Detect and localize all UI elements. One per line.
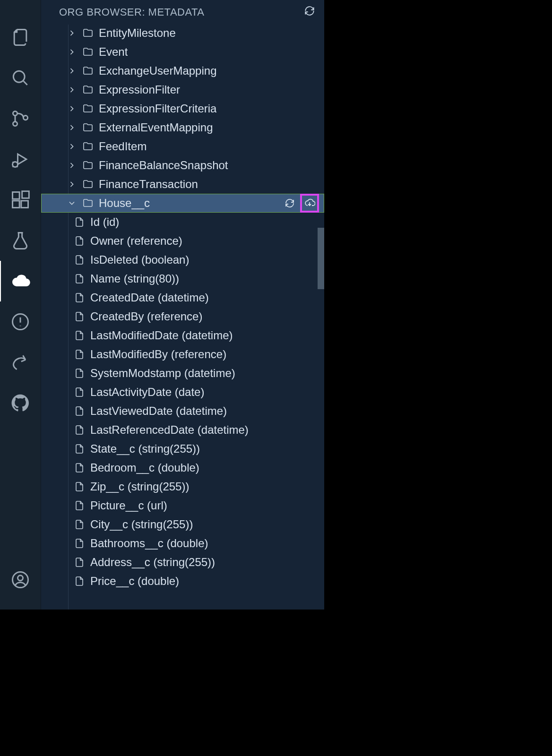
- folder-icon: [82, 65, 94, 77]
- tree-folder[interactable]: FeedItem: [41, 137, 324, 156]
- tree-field[interactable]: Bedroom__c (double): [41, 458, 324, 477]
- field-label: LastReferencedDate (datetime): [90, 423, 249, 437]
- tree-field[interactable]: CreatedDate (datetime): [41, 288, 324, 307]
- explorer-icon[interactable]: [0, 17, 41, 58]
- blank-area: [0, 610, 552, 756]
- file-icon: [73, 273, 86, 285]
- tree-field[interactable]: Zip__c (string(255)): [41, 477, 324, 496]
- chevron-right-icon: [67, 103, 77, 114]
- tree-folder[interactable]: FinanceBalanceSnapshot: [41, 156, 324, 175]
- file-icon: [73, 405, 86, 417]
- folder-label: ExpressionFilterCriteria: [99, 102, 216, 115]
- field-label: Zip__c (string(255)): [90, 480, 189, 493]
- folder-icon: [82, 103, 94, 115]
- file-icon: [73, 424, 86, 436]
- tree-folder[interactable]: ExchangeUserMapping: [41, 61, 324, 80]
- folder-icon: [82, 121, 94, 134]
- chevron-right-icon: [67, 47, 77, 57]
- folder-icon: [82, 84, 94, 96]
- run-debug-icon[interactable]: [0, 139, 41, 180]
- refresh-row-button[interactable]: [282, 195, 298, 211]
- tree-field[interactable]: LastReferencedDate (datetime): [41, 421, 324, 439]
- refresh-header-button[interactable]: [303, 5, 316, 20]
- file-icon: [73, 481, 86, 493]
- search-icon[interactable]: [0, 58, 41, 98]
- field-label: State__c (string(255)): [90, 442, 200, 455]
- tree-folder[interactable]: ExpressionFilter: [41, 80, 324, 99]
- folder-label: ExchangeUserMapping: [99, 64, 216, 77]
- metadata-tree: EntityMilestone Event ExchangeUserMappin…: [41, 25, 324, 610]
- svg-rect-5: [13, 192, 20, 199]
- row-actions: [282, 195, 318, 211]
- tree-field[interactable]: LastModifiedBy (reference): [41, 345, 324, 364]
- github-icon[interactable]: [0, 383, 41, 423]
- tree-field[interactable]: State__c (string(255)): [41, 439, 324, 458]
- field-label: Bathrooms__c (double): [90, 537, 208, 550]
- tree-folder[interactable]: Event: [41, 43, 324, 61]
- tree-field[interactable]: LastActivityDate (date): [41, 383, 324, 402]
- file-icon: [73, 310, 86, 323]
- tree-field[interactable]: Price__c (double): [41, 572, 324, 591]
- tree-field[interactable]: CreatedBy (reference): [41, 307, 324, 326]
- problems-icon[interactable]: [0, 301, 41, 342]
- folder-label: FinanceBalanceSnapshot: [99, 159, 228, 172]
- field-label: Price__c (double): [90, 575, 179, 588]
- sidebar-header: ORG BROWSER: METADATA: [41, 0, 324, 25]
- field-label: Bedroom__c (double): [90, 461, 199, 474]
- accounts-icon[interactable]: [0, 559, 41, 600]
- file-icon: [73, 386, 86, 398]
- file-icon: [73, 254, 86, 266]
- chevron-right-icon: [67, 28, 77, 38]
- share-icon[interactable]: [0, 342, 41, 383]
- field-label: LastViewedDate (datetime): [90, 404, 227, 418]
- tree-field[interactable]: Bathrooms__c (double): [41, 534, 324, 553]
- field-label: CreatedDate (datetime): [90, 291, 209, 304]
- tree-field[interactable]: Id (id): [41, 213, 324, 232]
- tree-field[interactable]: Owner (reference): [41, 232, 324, 250]
- tree-folder[interactable]: FinanceTransaction: [41, 175, 324, 194]
- sidebar-title: ORG BROWSER: METADATA: [59, 6, 205, 18]
- tree-folder-house-c[interactable]: House__c: [41, 194, 324, 213]
- chevron-right-icon: [67, 85, 77, 95]
- field-label: City__c (string(255)): [90, 518, 193, 531]
- chevron-right-icon: [67, 179, 77, 189]
- extensions-icon[interactable]: [0, 180, 41, 220]
- tree-field[interactable]: SystemModstamp (datetime): [41, 364, 324, 383]
- tree-field[interactable]: City__c (string(255)): [41, 515, 324, 534]
- testing-icon[interactable]: [0, 220, 41, 261]
- file-icon: [73, 537, 86, 550]
- activity-bar: [0, 0, 41, 610]
- tree-field[interactable]: Address__c (string(255)): [41, 553, 324, 572]
- file-icon: [73, 556, 86, 568]
- field-label: Owner (reference): [90, 234, 182, 248]
- tree-folder[interactable]: ExternalEventMapping: [41, 118, 324, 137]
- tree-field[interactable]: Name (string(80)): [41, 269, 324, 288]
- svg-point-0: [13, 71, 25, 82]
- source-control-icon[interactable]: [0, 98, 41, 139]
- tree-folder[interactable]: EntityMilestone: [41, 25, 324, 43]
- folder-label: FinanceTransaction: [99, 178, 198, 191]
- salesforce-cloud-icon[interactable]: [0, 261, 41, 301]
- field-label: LastModifiedDate (datetime): [90, 329, 233, 342]
- chevron-right-icon: [67, 66, 77, 76]
- svg-rect-7: [21, 201, 28, 208]
- svg-rect-8: [22, 191, 29, 198]
- folder-label: FeedItem: [99, 140, 147, 153]
- svg-point-1: [13, 111, 17, 115]
- retrieve-source-button[interactable]: [302, 195, 318, 211]
- tree-field[interactable]: IsDeleted (boolean): [41, 250, 324, 269]
- scrollbar-thumb[interactable]: [318, 228, 324, 289]
- tree-folder[interactable]: ExpressionFilterCriteria: [41, 99, 324, 118]
- field-label: LastModifiedBy (reference): [90, 348, 226, 361]
- svg-point-11: [18, 576, 23, 581]
- tree-field[interactable]: LastViewedDate (datetime): [41, 402, 324, 421]
- file-icon: [73, 216, 86, 228]
- field-label: IsDeleted (boolean): [90, 253, 189, 266]
- tree-field[interactable]: LastModifiedDate (datetime): [41, 326, 324, 345]
- svg-point-2: [13, 121, 17, 126]
- file-icon: [73, 443, 86, 455]
- tree-field[interactable]: Picture__c (url): [41, 496, 324, 515]
- folder-icon: [82, 140, 94, 153]
- editor-area: [324, 0, 552, 610]
- field-label: LastActivityDate (date): [90, 386, 204, 399]
